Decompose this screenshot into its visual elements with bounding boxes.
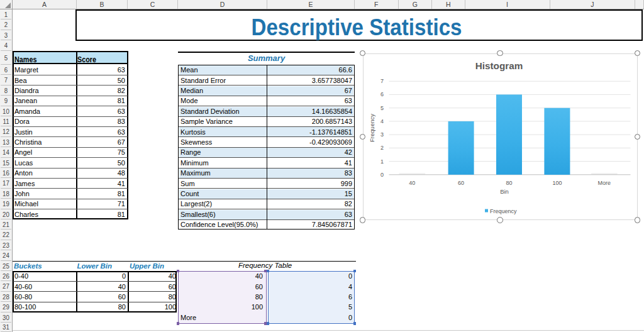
svg-text:4: 4 [380,118,383,124]
svg-text:60: 60 [457,180,464,186]
svg-text:Frequency: Frequency [490,208,517,214]
svg-text:5: 5 [380,104,383,111]
svg-text:1: 1 [380,158,383,164]
svg-text:100: 100 [552,180,562,186]
svg-text:2: 2 [380,145,383,151]
svg-text:3: 3 [380,131,383,138]
svg-text:40: 40 [409,180,415,186]
svg-text:More: More [597,180,611,186]
svg-text:80: 80 [506,180,512,186]
svg-text:Frequency: Frequency [368,113,375,141]
svg-text:Histogram: Histogram [475,60,523,70]
svg-text:Bin: Bin [500,188,509,195]
svg-text:6: 6 [380,91,383,97]
svg-text:0: 0 [380,171,383,177]
svg-text:7: 7 [380,78,383,84]
